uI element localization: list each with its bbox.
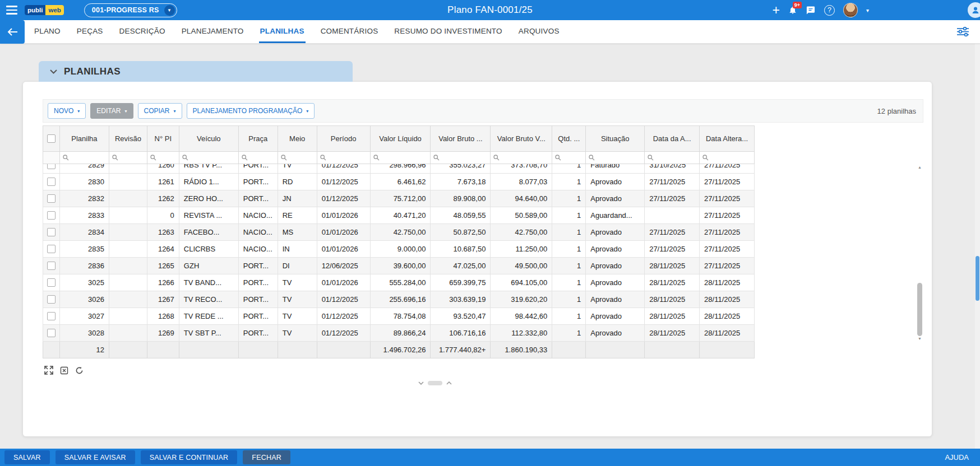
row-checkbox[interactable] bbox=[47, 194, 56, 203]
tab-resumo-do-investimento[interactable]: RESUMO DO INVESTIMENTO bbox=[393, 20, 503, 43]
table-row[interactable]: 28301261RÁDIO 1...PORT...RD01/12/20256.4… bbox=[43, 174, 755, 190]
column-header-data-da-a[interactable]: Data da A... bbox=[645, 126, 700, 152]
filter-settings-icon[interactable] bbox=[957, 20, 969, 43]
column-filter-input[interactable] bbox=[586, 152, 645, 164]
cell: 3028 bbox=[60, 325, 109, 342]
salvar-e-continuar-button[interactable]: SALVAR E CONTINUAR bbox=[141, 450, 238, 464]
help-link[interactable]: AJUDA bbox=[945, 453, 969, 462]
editar-button[interactable]: EDITAR▾ bbox=[90, 103, 133, 119]
cell: 1 bbox=[552, 224, 586, 241]
row-checkbox[interactable] bbox=[47, 295, 56, 304]
column-header-n-pi[interactable]: N° PI bbox=[147, 126, 179, 152]
column-header-meio[interactable]: Meio bbox=[278, 126, 317, 152]
expand-grid-icon[interactable] bbox=[44, 365, 54, 375]
column-filter-input[interactable] bbox=[700, 152, 755, 164]
scroll-up-icon[interactable]: ▲ bbox=[916, 165, 923, 169]
column-filter-input[interactable] bbox=[645, 152, 700, 164]
column-header-revisao[interactable]: Revisão bbox=[109, 126, 147, 152]
novo-button[interactable]: NOVO▾ bbox=[48, 103, 86, 119]
tab-comentarios[interactable]: COMENTÁRIOS bbox=[320, 20, 380, 43]
drag-handle[interactable] bbox=[428, 381, 442, 385]
grid-vertical-scrollbar[interactable]: ▲ ▼ bbox=[916, 164, 923, 342]
column-filter-input[interactable] bbox=[431, 152, 491, 164]
tab-plano[interactable]: PLANO bbox=[33, 20, 62, 43]
column-header-periodo[interactable]: Período bbox=[317, 126, 371, 152]
cell: 42.750,00 bbox=[491, 224, 552, 241]
add-icon[interactable]: + bbox=[773, 4, 780, 16]
table-row[interactable]: 30281269TV SBT P...PORT...TV01/12/202589… bbox=[43, 325, 755, 342]
copiar-button[interactable]: COPIAR▾ bbox=[138, 103, 182, 119]
salvar-button[interactable]: SALVAR bbox=[4, 450, 50, 464]
row-checkbox[interactable] bbox=[47, 329, 56, 337]
salvar-e-avisar-button[interactable]: SALVAR E AVISAR bbox=[56, 450, 135, 464]
summary-cell bbox=[278, 342, 317, 358]
column-filter-input[interactable] bbox=[239, 152, 278, 164]
row-checkbox[interactable] bbox=[47, 178, 56, 186]
column-header-data-altera[interactable]: Data Altera... bbox=[700, 126, 755, 152]
refresh-icon[interactable] bbox=[74, 365, 84, 375]
row-checkbox[interactable] bbox=[47, 278, 56, 287]
table-row[interactable]: 28291260RBS TV P...PORT...TV01/12/202529… bbox=[43, 164, 755, 174]
fechar-button[interactable]: FECHAR bbox=[243, 450, 290, 464]
scroll-down-icon[interactable]: ▼ bbox=[916, 337, 923, 341]
column-header-valor-bruto[interactable]: Valor Bruto ... bbox=[431, 126, 491, 152]
column-header-planilha[interactable]: Planilha bbox=[60, 126, 109, 152]
notifications-icon[interactable]: 9+ bbox=[788, 6, 797, 15]
support-widget-icon[interactable] bbox=[967, 1, 980, 19]
column-filter-input[interactable] bbox=[109, 152, 147, 164]
tab-descricao[interactable]: DESCRIÇÃO bbox=[118, 20, 167, 43]
panel-collapse-control[interactable] bbox=[418, 381, 452, 385]
column-filter-input[interactable] bbox=[147, 152, 179, 164]
row-checkbox[interactable] bbox=[47, 211, 56, 220]
table-row[interactable]: 30271268TV REDE ...PORT...TV01/12/202578… bbox=[43, 308, 755, 325]
search-icon bbox=[648, 155, 654, 161]
column-header-praca[interactable]: Praça bbox=[239, 126, 278, 152]
column-header-veiculo[interactable]: Veículo bbox=[179, 126, 239, 152]
column-filter-input[interactable] bbox=[278, 152, 317, 164]
column-filter-input[interactable] bbox=[179, 152, 239, 164]
tab-arquivos[interactable]: ARQUIVOS bbox=[517, 20, 561, 43]
table-row[interactable]: 28321262ZERO HO...PORT...JN01/12/202575.… bbox=[43, 190, 755, 207]
cell: ZERO HO... bbox=[179, 190, 239, 207]
row-checkbox[interactable] bbox=[47, 262, 56, 270]
tab-planilhas[interactable]: PLANILHAS bbox=[259, 20, 306, 43]
tab-planejamento[interactable]: PLANEJAMENTO bbox=[181, 20, 245, 43]
select-all-checkbox[interactable] bbox=[47, 134, 56, 143]
column-filter-input[interactable] bbox=[317, 152, 371, 164]
avatar[interactable] bbox=[843, 3, 858, 17]
row-checkbox[interactable] bbox=[47, 245, 56, 253]
client-selector[interactable]: 001-PROGRESS RS ▾ bbox=[84, 3, 177, 17]
planejamento-programacao-button[interactable]: PLANEJAMENTO PROGRAMAÇÃO▾ bbox=[187, 103, 315, 119]
column-header-valor-liquido[interactable]: Valor Líquido bbox=[371, 126, 431, 152]
table-row[interactable]: 30261267TV RECO...PORT...TV01/12/2025255… bbox=[43, 291, 755, 308]
cell: FACEBO... bbox=[179, 224, 239, 241]
chat-icon[interactable] bbox=[806, 6, 816, 15]
cell: DI bbox=[278, 258, 317, 274]
table-row[interactable]: 28341263FACEBO...NACIO...MS01/01/202642.… bbox=[43, 224, 755, 241]
page-scrollbar-thumb[interactable] bbox=[976, 256, 979, 301]
table-row[interactable]: 28361265GZHPORT...DI12/06/202539.600,004… bbox=[43, 258, 755, 274]
table-row[interactable]: 30251266TV BAND...PORT...TV01/01/2026555… bbox=[43, 274, 755, 291]
column-filter-input[interactable] bbox=[60, 152, 109, 164]
help-icon[interactable]: ? bbox=[824, 5, 835, 16]
page-scrollbar[interactable] bbox=[975, 20, 980, 449]
menu-icon[interactable] bbox=[6, 6, 17, 15]
back-button[interactable] bbox=[0, 20, 25, 44]
column-filter-input[interactable] bbox=[491, 152, 552, 164]
column-filter-input[interactable] bbox=[371, 152, 431, 164]
table-row[interactable]: 28351264CLICRBSNACIO...IN01/01/20269.000… bbox=[43, 241, 755, 258]
column-header-valor-bruto-v[interactable]: Valor Bruto V... bbox=[491, 126, 552, 152]
row-checkbox[interactable] bbox=[47, 164, 56, 169]
column-header-situacao[interactable]: Situação bbox=[586, 126, 645, 152]
tab-pecas[interactable]: PEÇAS bbox=[76, 20, 104, 43]
chevron-down-icon[interactable]: ▾ bbox=[866, 7, 869, 13]
row-checkbox[interactable] bbox=[47, 312, 56, 320]
publiweb-logo[interactable]: publiweb bbox=[25, 5, 64, 15]
export-excel-icon[interactable] bbox=[59, 365, 69, 375]
row-checkbox[interactable] bbox=[47, 228, 56, 236]
section-header[interactable]: PLANILHAS bbox=[39, 61, 353, 82]
column-header-qtd[interactable]: Qtd. ... bbox=[552, 126, 586, 152]
table-row[interactable]: 28330REVISTA ...NACIO...RE01/01/202640.4… bbox=[43, 207, 755, 224]
column-filter-input[interactable] bbox=[552, 152, 586, 164]
scrollbar-thumb[interactable] bbox=[917, 283, 922, 336]
